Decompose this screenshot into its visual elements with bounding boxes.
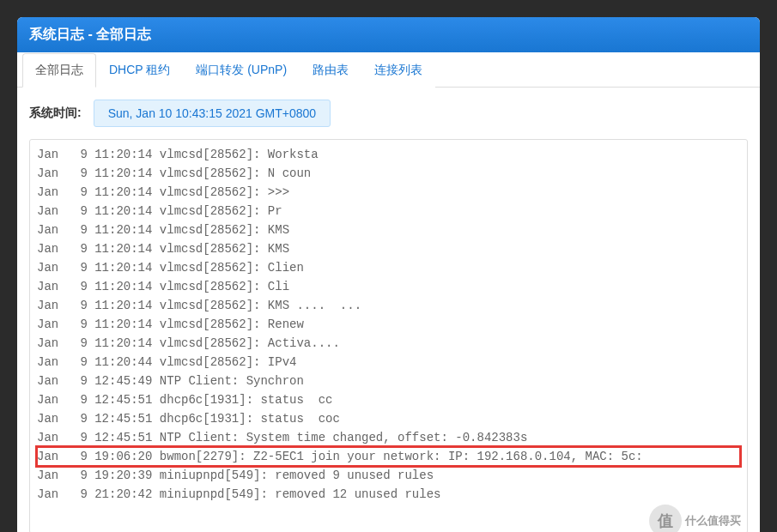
log-line: Jan 9 19:20:39 miniupnpd[549]: removed 9… (37, 466, 740, 485)
log-scroll-container[interactable]: Jan 9 11:20:14 vlmcsd[28562]: WorkstaJan… (29, 139, 748, 532)
log-line: Jan 9 11:20:14 vlmcsd[28562]: Clien (37, 258, 740, 277)
log-line: Jan 9 11:20:14 vlmcsd[28562]: N coun (37, 164, 740, 183)
log-line: Jan 9 11:20:14 vlmcsd[28562]: Worksta (37, 145, 740, 164)
tab-bar: 全部日志 DHCP 租约 端口转发 (UPnP) 路由表 连接列表 (17, 52, 760, 88)
content-area: 系统时间: Sun, Jan 10 10:43:15 2021 GMT+0800… (17, 88, 760, 532)
system-time-value: Sun, Jan 10 10:43:15 2021 GMT+0800 (94, 100, 331, 127)
log-line: Jan 9 11:20:44 vlmcsd[28562]: IPv4 (37, 353, 740, 372)
log-line: Jan 9 12:45:51 dhcp6c[1931]: status coc (37, 409, 740, 428)
tab-all-logs[interactable]: 全部日志 (22, 53, 96, 88)
tab-routing-table[interactable]: 路由表 (300, 53, 361, 88)
log-content: Jan 9 11:20:14 vlmcsd[28562]: WorkstaJan… (30, 140, 747, 509)
system-time-label: 系统时间: (29, 106, 82, 121)
panel-title: 系统日志 - 全部日志 (17, 17, 760, 52)
log-line: Jan 9 12:45:49 NTP Client: Synchron (37, 372, 740, 390)
tab-port-forward-upnp[interactable]: 端口转发 (UPnP) (183, 53, 300, 88)
log-line-highlighted: Jan 9 19:06:20 bwmon[2279]: Z2-5EC1 join… (37, 447, 740, 466)
log-panel: 系统日志 - 全部日志 全部日志 DHCP 租约 端口转发 (UPnP) 路由表… (17, 17, 760, 532)
watermark-text: 什么值得买 (685, 513, 741, 529)
log-line: Jan 9 11:20:14 vlmcsd[28562]: >>> (37, 183, 740, 202)
tab-connection-list[interactable]: 连接列表 (361, 53, 435, 88)
log-line: Jan 9 12:45:51 NTP Client: System time c… (37, 428, 740, 447)
log-line: Jan 9 11:20:14 vlmcsd[28562]: Activa.... (37, 334, 740, 353)
tab-dhcp-leases[interactable]: DHCP 租约 (96, 53, 183, 88)
watermark: 值 什么值得买 (649, 505, 741, 532)
log-line: Jan 9 11:20:14 vlmcsd[28562]: KMS (37, 221, 740, 239)
watermark-icon: 值 (649, 505, 682, 532)
log-line: Jan 9 11:20:14 vlmcsd[28562]: Cli (37, 277, 740, 296)
log-line: Jan 9 11:20:14 vlmcsd[28562]: KMS (37, 239, 740, 258)
log-line: Jan 9 11:20:14 vlmcsd[28562]: Pr (37, 202, 740, 221)
system-time-row: 系统时间: Sun, Jan 10 10:43:15 2021 GMT+0800 (29, 100, 748, 127)
log-line: Jan 9 12:45:51 dhcp6c[1931]: status cc (37, 390, 740, 409)
log-line: Jan 9 11:20:14 vlmcsd[28562]: KMS .... .… (37, 296, 740, 315)
log-line: Jan 9 11:20:14 vlmcsd[28562]: Renew (37, 315, 740, 334)
log-line: Jan 9 21:20:42 miniupnpd[549]: removed 1… (37, 485, 740, 504)
